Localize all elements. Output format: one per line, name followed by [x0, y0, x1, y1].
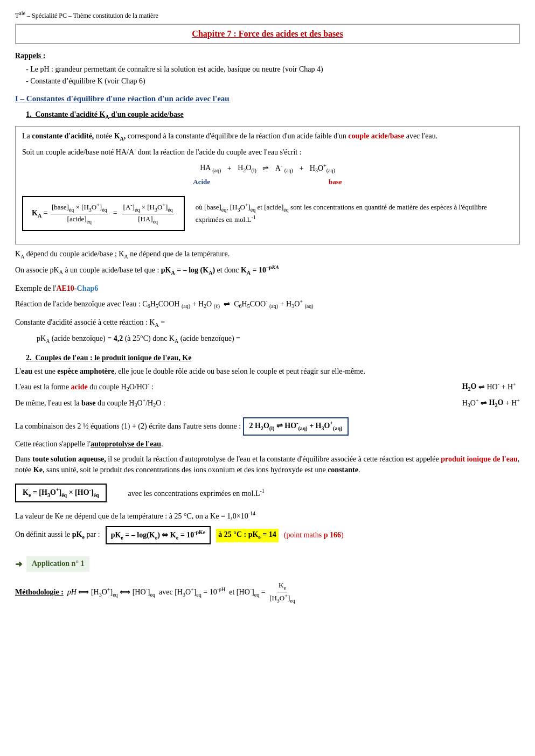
reaction-base: H3O+ ⇌ H2O + H+ [462, 397, 520, 410]
pke-define-text: On définit aussi le pKe par : [15, 529, 100, 541]
subsection1-title: 1. Constante d'acidité KA d'un couple ac… [26, 109, 520, 121]
pke-row: On définit aussi le pKe par : pKe = – lo… [15, 526, 520, 544]
ke-unit-text: avec les concentrations exprimées en mol… [128, 487, 265, 499]
ka-formula-box: KA = [base]éq × [H3O+]éq [acide]éq = [A-… [22, 196, 185, 232]
ke-formula-row: Ke = [H3O+]éq × [HO-]éq avec les concent… [15, 481, 520, 505]
pke-formula-box: pKe = – log(Ke) ⇔ Ke = 10-pKe [106, 526, 211, 544]
ka-note: KA dépend du couple acide/base ; KA ne d… [15, 249, 520, 261]
eau-acide-desc: L'eau est la forme acide du couple H2O/H… [15, 381, 441, 394]
methodologie-formula: pH ⟺ [H3O+]eq ⟺ [HO-]eq avec [H3O+]eq = … [65, 588, 297, 596]
ka-desc-right: où [base]éq, [H3O+]éq et [acide]éq sont … [196, 201, 513, 226]
application-section: ➜ Application n° 1 Méthodologie : pH ⟺ [… [15, 552, 520, 605]
autoproto-reaction-box: 2 H2O(l) ⇌ HO-(aq) + H3O+(aq) [243, 417, 349, 436]
section1-title: I – Constantes d'équilibre d'une réactio… [15, 93, 520, 105]
pke-note: (point maths p 166) [284, 530, 344, 541]
pka-note: On associe pKA à un couple acide/base te… [15, 264, 520, 277]
pke-value-highlight: à 25 °C : pKe = 14 [216, 529, 278, 542]
header-subtitle: Tale – Spécialité PC – Thème constitutio… [15, 10, 520, 20]
methodologie-line: Méthodologie : pH ⟺ [H3O+]eq ⟺ [HO-]eq a… [15, 580, 520, 605]
exemple-pka-text: pKA (acide benzoïque) = 4,2 (à 25°C) don… [37, 333, 520, 345]
exemple-ka-text: Constante d'acidité associé à cette réac… [15, 317, 520, 329]
reaction-acide: H2O ⇌ HO- + H+ [462, 381, 520, 394]
rappel-item-1: Le pH : grandeur permettant de connaître… [26, 64, 520, 75]
eau-base-desc: De même, l'eau est la base du couple H3O… [15, 397, 441, 410]
chapter-title: Chapitre 7 : Force des acides et des bas… [15, 24, 520, 44]
application-arrow-icon: ➜ [15, 558, 22, 570]
rappels-title: Rappels : [15, 51, 520, 61]
application-label: Application n° 1 [26, 556, 89, 571]
eau-reactions: L'eau est la forme acide du couple H2O/H… [15, 381, 520, 413]
ke-formula-box: Ke = [H3O+]éq × [HO-]éq [15, 484, 107, 503]
exemple-reaction: Réaction de l'acide benzoïque avec l'eau… [15, 298, 520, 311]
subsection2-title: 2. Couples de l'eau : le produit ionique… [26, 353, 520, 363]
exemple-label: Exemple de l'AE10-Chap6 [15, 283, 520, 294]
autoproto-desc: Dans toute solution aqueuse, il se produ… [15, 454, 520, 476]
eau-desc1: L'eau est une espèce amphotère, elle jou… [15, 366, 520, 377]
ka-boxed-section: La constante d'acidité, notée KA, corres… [15, 126, 520, 245]
ka-reaction-formula: HA (aq) + H2O(l) ⇌ A- (aq) + H3O+(aq) Ac… [22, 162, 513, 187]
combinaison-text: La combinaison des 2 ½ équations (1) + (… [15, 417, 520, 436]
autoproto-name: Cette réaction s'appelle l'autoprotolyse… [15, 439, 520, 450]
rappels-section: Rappels : Le pH : grandeur permettant de… [15, 51, 520, 87]
ka-desc2: Soit un couple acide/base noté HA/A- don… [22, 146, 513, 158]
methodologie-label: Méthodologie : [15, 588, 64, 596]
exemple-section: Exemple de l'AE10-Chap6 Réaction de l'ac… [15, 283, 520, 310]
ka-desc1: La constante d'acidité, notée KA, corres… [22, 131, 513, 143]
rappel-item-2: Constante d’équilibre K (voir Chap 6) [26, 76, 520, 87]
ke-value-text: La valeur de Ke ne dépend que de la temp… [15, 510, 520, 522]
